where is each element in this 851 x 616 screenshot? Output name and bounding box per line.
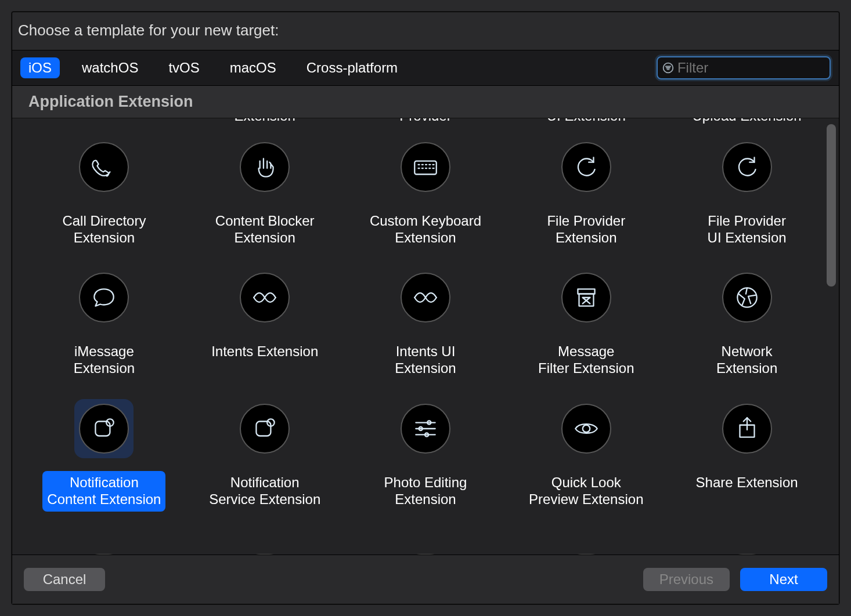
template-item[interactable]: Share Extension (666, 396, 827, 512)
dialog-footer: Cancel Previous Next (12, 555, 839, 604)
svg-point-31 (583, 425, 590, 433)
template-label: Quick LookPreview Extension (524, 471, 648, 512)
rect-icon (722, 554, 772, 555)
template-item[interactable] (185, 535, 345, 555)
template-item[interactable] (666, 535, 827, 555)
eye-icon (561, 404, 611, 454)
bubble-icon (79, 273, 129, 323)
hand-icon (240, 142, 290, 192)
template-scroll-area[interactable]: - Extension Provider UI Extension Upload… (12, 118, 839, 555)
tab-watchos[interactable]: watchOS (74, 57, 146, 78)
template-item[interactable]: NetworkExtension (666, 264, 827, 381)
template-item-partial[interactable]: Upload Extension (666, 118, 827, 128)
template-item[interactable]: Photo EditingExtension (345, 396, 506, 512)
previous-button[interactable]: Previous (643, 568, 730, 591)
sliders-icon (401, 404, 450, 454)
svg-rect-21 (96, 421, 110, 436)
template-item[interactable]: Intents Extension (185, 264, 345, 381)
template-item[interactable]: File ProviderUI Extension (666, 134, 827, 250)
template-label: Intents Extension (207, 340, 323, 364)
template-icon-wrap (557, 137, 616, 197)
template-item-partial[interactable]: UI Extension (506, 118, 666, 128)
num17-icon: 17 (561, 554, 611, 555)
template-label: Intents UIExtension (390, 340, 460, 381)
cancel-button[interactable]: Cancel (24, 568, 105, 591)
template-label: Share Extension (691, 471, 803, 495)
template-item[interactable]: 17 (506, 535, 666, 555)
archive-icon (561, 273, 611, 323)
template-chooser-dialog: Choose a template for your new target: i… (12, 12, 839, 604)
template-item-partial[interactable]: Extension (185, 118, 345, 128)
globe-icon (722, 273, 772, 323)
template-icon-wrap (74, 137, 134, 197)
template-icon-wrap (557, 399, 616, 458)
template-label: NotificationContent Extension (42, 471, 165, 512)
wave-icon (240, 273, 290, 323)
template-icon-wrap (396, 399, 455, 458)
template-icon-wrap (557, 268, 616, 327)
template-label: Photo EditingExtension (380, 471, 472, 512)
template-label: Custom KeyboardExtension (365, 209, 486, 250)
notif-icon (79, 404, 129, 454)
template-icon-wrap (717, 535, 777, 555)
section-header: Application Extension (12, 86, 839, 118)
platform-toolbar: iOS watchOS tvOS macOS Cross-platform (12, 50, 839, 86)
template-label: NetworkExtension (712, 340, 782, 381)
template-label: iMessageExtension (69, 340, 139, 381)
template-item[interactable]: iMessageExtension (24, 264, 185, 381)
template-icon-wrap (717, 399, 777, 458)
share-icon (722, 404, 772, 454)
template-label: NotificationService Extension (204, 471, 325, 512)
wave-icon (401, 273, 450, 323)
template-item-partial[interactable]: - (24, 118, 185, 128)
template-label: Content BlockerExtension (211, 209, 319, 250)
template-icon-wrap (235, 399, 294, 458)
notif-icon (240, 404, 290, 454)
template-icon-wrap (396, 268, 455, 327)
template-item-partial[interactable]: Provider (345, 118, 506, 128)
template-icon-wrap (74, 399, 134, 458)
phone-icon (79, 142, 129, 192)
rect-icon (401, 554, 450, 555)
next-button[interactable]: Next (740, 568, 827, 591)
template-label: File ProviderExtension (542, 209, 630, 250)
template-icon-wrap (235, 268, 294, 327)
template-icon-wrap (74, 268, 134, 327)
dialog-title: Choose a template for your new target: (12, 12, 839, 50)
template-icon-wrap (235, 137, 294, 197)
grid4-icon (240, 554, 290, 555)
template-label: Call DirectoryExtension (57, 209, 150, 250)
template-item[interactable]: Intents UIExtension (345, 264, 506, 381)
template-icon-wrap (396, 137, 455, 197)
template-item[interactable]: Custom KeyboardExtension (345, 134, 506, 250)
template-item[interactable] (24, 535, 185, 555)
template-item[interactable]: Quick LookPreview Extension (506, 396, 666, 512)
template-label: MessageFilter Extension (533, 340, 639, 381)
tab-cross-platform[interactable]: Cross-platform (298, 57, 406, 78)
template-icon-wrap (74, 535, 134, 555)
template-icon-wrap (396, 535, 455, 555)
filter-field-wrapper[interactable] (657, 56, 831, 79)
cycle-icon (722, 142, 772, 192)
keyboard-icon (401, 142, 450, 192)
filter-icon (662, 61, 674, 74)
template-item[interactable]: Content BlockerExtension (185, 134, 345, 250)
template-icon-wrap: 17 (557, 535, 616, 555)
template-icon-wrap (235, 535, 294, 555)
tab-ios[interactable]: iOS (20, 57, 60, 78)
template-item[interactable]: MessageFilter Extension (506, 264, 666, 381)
svg-rect-15 (578, 289, 594, 294)
template-label: File ProviderUI Extension (703, 209, 791, 250)
tab-tvos[interactable]: tvOS (160, 57, 207, 78)
tab-macos[interactable]: macOS (222, 57, 284, 78)
template-item[interactable]: NotificationService Extension (185, 396, 345, 512)
filter-input[interactable] (677, 60, 825, 76)
template-item[interactable]: NotificationContent Extension (24, 396, 185, 512)
circle-icon (79, 554, 129, 555)
svg-rect-23 (257, 421, 271, 436)
template-item[interactable] (345, 535, 506, 555)
template-icon-wrap (717, 137, 777, 197)
template-icon-wrap (717, 268, 777, 327)
template-item[interactable]: Call DirectoryExtension (24, 134, 185, 250)
template-item[interactable]: File ProviderExtension (506, 134, 666, 250)
